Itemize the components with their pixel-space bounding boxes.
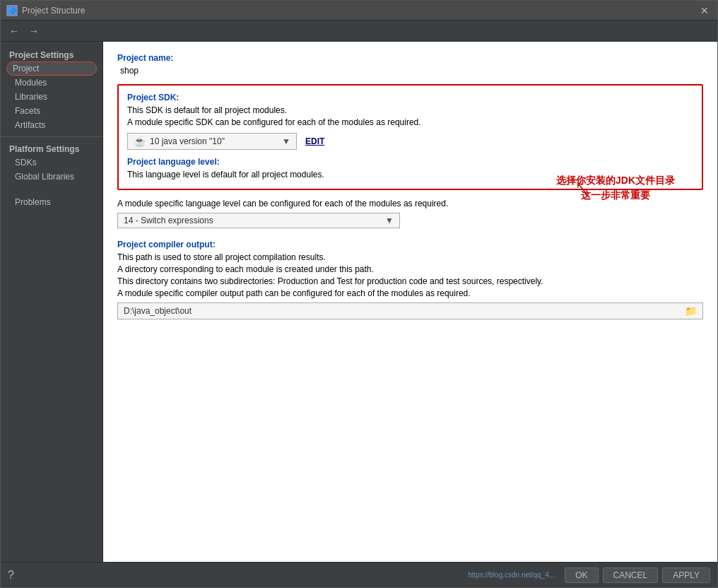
window-icon: 🔷 [6,5,18,16]
title-bar: 🔷 Project Structure ✕ [1,1,717,20]
sdk-dropdown-arrow-icon: ▼ [282,136,290,146]
compiler-path-value: D:\java_object\out [124,306,685,316]
project-structure-dialog: 🔷 Project Structure ✕ ← → Project Settin… [0,0,718,588]
close-button[interactable]: ✕ [698,5,712,16]
lang-label: Project language level: [127,157,693,167]
project-name-label: Project name: [117,53,703,63]
sidebar-item-sdks[interactable]: SDKs [1,155,102,170]
lang-dropdown[interactable]: 14 - Switch expressions ▼ [117,213,400,228]
bottom-bar: ? https://blog.csdn.net/qq_4... OK CANCE… [1,562,717,587]
sidebar-item-problems[interactable]: Problems [1,195,102,209]
sidebar-separator [1,136,102,137]
main-area: Project Settings Project Modules Librari… [1,42,717,562]
sdk-icon: ☕ [134,136,146,147]
compiler-path-row: D:\java_object\out 📁 [117,302,703,319]
content-wrapper: Project name: shop Project SDK: This SDK… [103,42,717,562]
sidebar-item-facets[interactable]: Facets [1,104,102,118]
content-area: Project name: shop Project SDK: This SDK… [103,42,717,562]
bottom-right: https://blog.csdn.net/qq_4... OK CANCEL … [468,568,710,583]
sdk-section: Project SDK: This SDK is default for all… [117,84,703,190]
cancel-button[interactable]: CANCEL [603,568,659,583]
sdk-desc1: This SDK is default for all project modu… [127,105,693,115]
compiler-desc4: A module specific compiler output path c… [117,288,703,298]
lang-desc2: A module specific language level can be … [117,199,703,208]
ok-button[interactable]: OK [565,568,598,583]
sidebar-item-artifacts[interactable]: Artifacts [1,118,102,132]
window-title: Project Structure [22,6,698,16]
folder-icon[interactable]: 📁 [685,305,697,317]
sidebar-item-project[interactable]: Project [6,61,97,76]
sidebar-item-modules[interactable]: Modules [1,76,102,90]
sidebar-item-libraries[interactable]: Libraries [1,90,102,104]
sidebar-item-global-libraries[interactable]: Global Libraries [1,170,102,184]
edit-button[interactable]: EDIT [302,135,327,148]
toolbar: ← → [1,20,717,42]
sdk-label: Project SDK: [127,93,693,102]
lang-dropdown-value: 14 - Switch expressions [124,216,213,225]
sidebar: Project Settings Project Modules Librari… [1,42,103,562]
lang-dropdown-arrow-icon: ▼ [385,216,394,225]
bottom-url: https://blog.csdn.net/qq_4... [468,571,555,579]
help-button[interactable]: ? [8,569,14,582]
sdk-dropdown-value: 10 java version "10" [150,136,225,146]
apply-button[interactable]: APPLY [662,568,710,583]
compiler-desc2: A directory corresponding to each module… [117,264,703,274]
back-button[interactable]: ← [6,24,22,38]
sdk-dropdown[interactable]: ☕ 10 java version "10" ▼ [127,133,297,150]
project-name-value: shop [117,66,703,76]
compiler-label: Project compiler output: [117,240,703,249]
platform-settings-section: Platform Settings [1,141,102,155]
compiler-desc3: This directory contains two subdirectori… [117,276,703,286]
sdk-desc2: A module specific SDK can be configured … [127,117,693,127]
compiler-desc1: This path is used to store all project c… [117,252,703,262]
lang-desc1: This language level is default for all p… [127,170,693,180]
sdk-row: ☕ 10 java version "10" ▼ EDIT [127,133,693,150]
project-settings-section: Project Settings [1,47,102,61]
compiler-section: Project compiler output: This path is us… [117,240,703,319]
bottom-left: ? [8,569,14,582]
forward-button[interactable]: → [26,24,42,38]
